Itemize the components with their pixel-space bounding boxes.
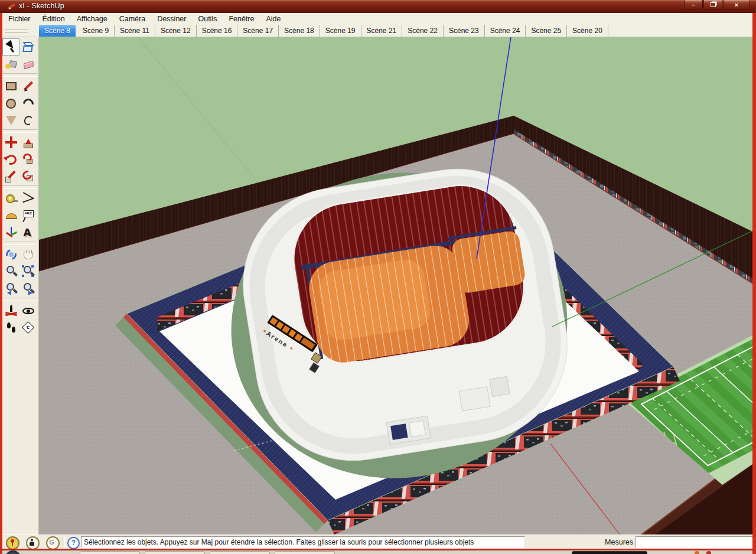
tool-tape-measure[interactable]	[2, 190, 19, 207]
scene-tab-21[interactable]: Scène 21	[361, 25, 403, 37]
measurements-input[interactable]	[636, 536, 754, 548]
follow-me-icon	[21, 152, 35, 167]
tool-protractor[interactable]	[2, 207, 19, 224]
tool-look-around[interactable]	[19, 302, 37, 319]
toolbar-separator	[3, 185, 37, 189]
scene-tab-bar: Scène 8Scène 9Scène 11Scène 12Scène 16Sc…	[2, 24, 752, 37]
model-scene: Arena	[39, 37, 752, 535]
rotate-icon	[4, 152, 18, 167]
tool-axes[interactable]	[2, 224, 19, 241]
tool-walk[interactable]	[2, 319, 19, 336]
offset-icon	[21, 170, 35, 184]
tool-circle[interactable]	[2, 94, 19, 112]
tool-rotate[interactable]	[2, 151, 19, 168]
scene-tab-22[interactable]: Scène 22	[402, 25, 444, 37]
taskbar-button[interactable]	[145, 551, 205, 554]
tool-freehand[interactable]	[19, 112, 37, 129]
tool-position-camera[interactable]	[2, 302, 19, 319]
geolocation-icon[interactable]	[6, 536, 19, 550]
menu-edition[interactable]: Édition	[37, 15, 71, 23]
person-icon[interactable]	[26, 536, 40, 550]
taskbar-button[interactable]	[210, 551, 270, 554]
dimension-icon	[21, 191, 35, 206]
google-icon[interactable]	[46, 536, 60, 550]
tape-measure-icon	[4, 191, 18, 206]
toolbar-separator	[3, 298, 37, 301]
viewport-3d[interactable]: Arena	[39, 37, 752, 535]
scene-tab-25[interactable]: Scène 25	[526, 25, 567, 37]
tool-make-component[interactable]	[19, 38, 37, 56]
help-icon[interactable]: ?	[67, 537, 80, 549]
menu-camera[interactable]: Caméra	[113, 15, 151, 23]
scene-tab-8[interactable]: Scène 8	[39, 25, 76, 37]
tool-push-pull[interactable]	[19, 133, 37, 151]
taskbar-tray-icon[interactable]	[695, 551, 699, 554]
close-button[interactable]: ×	[723, 0, 750, 10]
minimize-button[interactable]: –	[684, 0, 703, 10]
scale-icon	[4, 170, 18, 184]
rectangle-icon	[4, 79, 18, 93]
menu-fichier[interactable]: Fichier	[2, 15, 37, 23]
scene-tab-24[interactable]: Scène 24	[485, 25, 526, 37]
tool-polygon[interactable]	[2, 112, 19, 129]
title-bar[interactable]: xl - SketchUp – ×	[0, 0, 756, 13]
taskbar-button[interactable]	[80, 551, 140, 554]
scene-tab-16[interactable]: Scène 16	[197, 25, 238, 37]
scene-tab-17[interactable]: Scène 17	[237, 25, 279, 37]
window-border-right	[752, 0, 756, 554]
axes-icon	[4, 226, 18, 240]
scene-tab-9[interactable]: Scène 9	[77, 25, 115, 37]
menu-dessiner[interactable]: Dessiner	[151, 15, 192, 23]
window-border-bottom	[0, 549, 756, 550]
status-hint: Sélectionnez les objets. Appuyez sur Maj…	[81, 536, 525, 548]
menu-aide[interactable]: Aide	[260, 15, 287, 23]
tool-move[interactable]	[2, 133, 19, 151]
tool-follow-me[interactable]	[19, 151, 37, 168]
walk-icon	[4, 321, 18, 335]
taskbar-tray-icon[interactable]	[706, 551, 711, 554]
menu-outils[interactable]: Outils	[192, 15, 223, 23]
scene-tab-19[interactable]: Scène 19	[320, 25, 361, 37]
tool-select[interactable]	[2, 38, 19, 56]
tool-3d-text[interactable]	[19, 224, 37, 241]
restore-icon	[711, 2, 716, 7]
menu-affichage[interactable]: Affichage	[71, 15, 113, 23]
window-border-left	[0, 0, 2, 554]
tool-line[interactable]	[19, 77, 37, 94]
text-icon	[21, 208, 35, 223]
restore-button[interactable]	[703, 0, 722, 10]
scene-tab-23[interactable]: Scène 23	[444, 25, 485, 37]
tool-offset[interactable]	[19, 168, 37, 185]
tool-dimension[interactable]	[19, 190, 37, 207]
measurements-label: Mesures	[602, 536, 633, 548]
scene-tab-11[interactable]: Scène 11	[115, 25, 155, 37]
tool-zoom[interactable]	[2, 263, 19, 280]
tool-orbit[interactable]	[2, 246, 19, 263]
tool-zoom-previous[interactable]	[2, 280, 19, 297]
position-camera-icon	[4, 304, 18, 318]
tool-section-plane[interactable]	[19, 319, 37, 336]
tool-eraser[interactable]	[19, 56, 37, 73]
toolbar-separator	[3, 242, 37, 245]
scene-tab-20[interactable]: Scène 20	[567, 25, 608, 37]
tool-zoom-extents[interactable]	[19, 263, 37, 280]
taskbar-button[interactable]	[275, 551, 335, 554]
toolbar-grip[interactable]	[2, 24, 39, 37]
tool-text[interactable]	[19, 207, 37, 224]
tool-paint-bucket[interactable]	[2, 56, 19, 73]
tool-zoom-next[interactable]	[19, 280, 37, 297]
start-orb[interactable]	[5, 550, 21, 554]
taskbar-button-active[interactable]	[572, 551, 647, 554]
tool-scale[interactable]	[2, 168, 19, 185]
scene-tab-18[interactable]: Scène 18	[279, 25, 320, 37]
tool-pan[interactable]	[19, 246, 37, 263]
zoom-next-icon	[21, 282, 35, 296]
tool-rectangle[interactable]	[2, 77, 19, 94]
toolbar-separator	[3, 129, 37, 133]
circle-icon	[4, 96, 18, 110]
windows-taskbar[interactable]	[0, 550, 756, 554]
scene-tab-12[interactable]: Scène 12	[155, 25, 197, 37]
paint-bucket-icon	[4, 57, 18, 71]
tool-arc[interactable]	[19, 94, 37, 112]
menu-fenetre[interactable]: Fenêtre	[223, 15, 260, 23]
